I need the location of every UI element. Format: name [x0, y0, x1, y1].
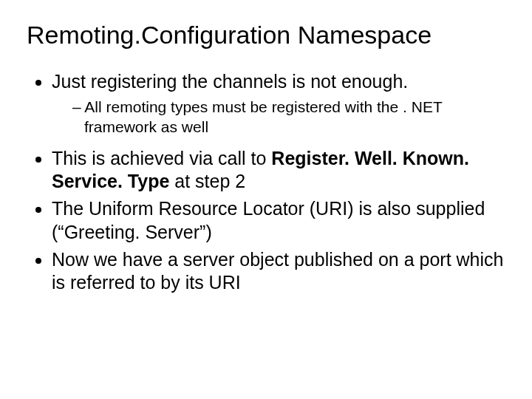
bullet-4-text: Now we have a server object published on…: [52, 249, 503, 293]
bullet-4: Now we have a server object published on…: [52, 248, 505, 295]
slide-title: Remoting.Configuration Namespace: [27, 21, 505, 50]
slide: Remoting.Configuration Namespace Just re…: [0, 0, 532, 399]
bullet-3: The Uniform Resource Locator (URI) is al…: [52, 197, 505, 244]
bullet-1: Just registering the channels is not eno…: [52, 70, 505, 137]
bullet-1-sub-1-text: All remoting types must be registered wi…: [84, 98, 442, 134]
bullet-1-sublist: All remoting types must be registered wi…: [52, 98, 505, 137]
bullet-2-pre: This is achieved via call to: [52, 148, 271, 168]
bullet-1-text: Just registering the channels is not eno…: [52, 71, 408, 92]
bullet-1-sub-1: All remoting types must be registered wi…: [72, 98, 505, 137]
bullet-list: Just registering the channels is not eno…: [27, 70, 505, 294]
bullet-2-post: at step 2: [169, 171, 245, 191]
bullet-2: This is achieved via call to Register. W…: [52, 147, 505, 194]
bullet-3-text: The Uniform Resource Locator (URI) is al…: [52, 198, 485, 242]
